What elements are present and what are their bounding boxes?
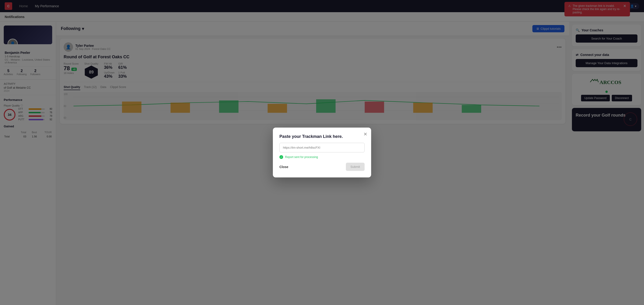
- modal-actions: Close Submit: [280, 163, 364, 171]
- modal-overlay[interactable]: Paste your Trackman Link here. ✕ ✓ Repor…: [0, 0, 644, 305]
- modal-submit-button[interactable]: Submit: [346, 163, 364, 171]
- modal-close-x-button[interactable]: ✕: [364, 131, 368, 137]
- success-check-icon: ✓: [280, 155, 283, 159]
- modal-title: Paste your Trackman Link here.: [280, 134, 364, 139]
- modal-success-message: ✓ Report sent for processing: [280, 155, 364, 159]
- modal-close-button[interactable]: Close: [280, 165, 288, 169]
- success-text: Report sent for processing: [285, 156, 318, 159]
- trackman-modal: Paste your Trackman Link here. ✕ ✓ Repor…: [273, 128, 371, 178]
- trackman-link-input[interactable]: [280, 143, 364, 152]
